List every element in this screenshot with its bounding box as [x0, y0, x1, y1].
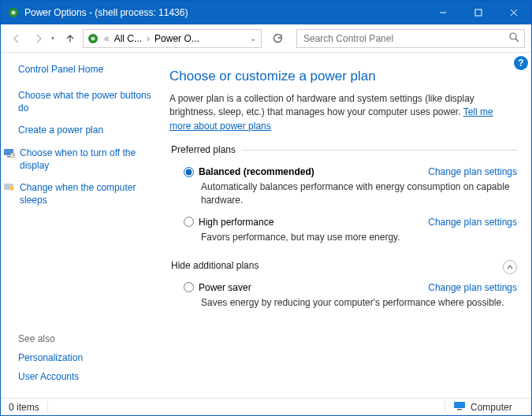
svg-rect-14 [454, 402, 465, 408]
svg-rect-15 [457, 409, 462, 410]
sidebar-link[interactable]: Choose what the power buttons do [18, 89, 157, 114]
power-plan: Balanced (recommended)Change plan settin… [169, 163, 517, 214]
display-icon [2, 147, 15, 159]
sidebar-item: Change when the computer sleeps [18, 181, 157, 206]
preferred-plans-legend: Preferred plans [169, 144, 242, 155]
title-bar: Power Options - (shell process: 11436) [1, 1, 531, 24]
address-bar[interactable]: « All C... › Power O... ⌄ [83, 29, 262, 48]
toolbar: ▾ « All C... › Power O... ⌄ [1, 24, 531, 53]
change-plan-settings-link[interactable]: Change plan settings [428, 282, 517, 293]
address-dropdown[interactable]: ⌄ [248, 34, 258, 43]
plan-radio-label[interactable]: Balanced (recommended) [184, 166, 314, 177]
sidebar-item: Choose when to turn off the display [18, 147, 157, 172]
search-box[interactable] [296, 29, 525, 48]
computer-icon [453, 401, 466, 413]
back-button[interactable] [7, 29, 26, 48]
breadcrumb-level1[interactable]: All C... [114, 33, 142, 44]
sidebar-item: Create a power plan [18, 124, 157, 136]
plan-description: Saves energy by reducing your computer's… [201, 296, 517, 310]
control-panel-home-link[interactable]: Control Panel Home [18, 64, 157, 75]
help-button[interactable]: ? [514, 56, 528, 70]
sleep-icon [2, 181, 15, 194]
plan-radio[interactable] [184, 167, 194, 177]
plan-radio[interactable] [184, 217, 194, 227]
page-intro: A power plan is a collection of hardware… [169, 92, 511, 133]
sidebar-link[interactable]: Choose when to turn off the display [20, 147, 157, 172]
power-plan: Power saverChange plan settingsSaves ene… [169, 279, 517, 316]
svg-rect-3 [475, 9, 482, 16]
minimize-button[interactable] [425, 1, 460, 24]
see-also-link[interactable]: User Accounts [18, 371, 157, 382]
sidebar-link[interactable]: Create a power plan [18, 124, 103, 136]
sidebar-link[interactable]: Change when the computer sleeps [20, 181, 157, 206]
sidebar-item: Choose what the power buttons do [18, 89, 157, 114]
status-computer: Computer [445, 401, 531, 413]
power-plan: High performanceChange plan settingsFavo… [169, 214, 517, 251]
breadcrumb-sep: « [104, 33, 110, 44]
forward-button[interactable] [29, 29, 48, 48]
collapse-icon[interactable] [503, 260, 517, 274]
change-plan-settings-link[interactable]: Change plan settings [428, 166, 517, 177]
change-plan-settings-link[interactable]: Change plan settings [428, 217, 517, 228]
search-input[interactable] [302, 32, 509, 45]
up-button[interactable] [61, 29, 80, 48]
page-heading: Choose or customize a power plan [169, 69, 517, 84]
app-icon [7, 6, 20, 19]
plan-description: Automatically balances performance with … [201, 180, 517, 207]
close-button[interactable] [496, 1, 531, 24]
plan-name: Balanced (recommended) [199, 166, 314, 177]
status-computer-label: Computer [471, 402, 512, 413]
see-also-link[interactable]: Personalization [18, 352, 157, 363]
status-items: 0 items [1, 402, 48, 413]
svg-line-9 [515, 39, 519, 42]
location-icon [87, 32, 99, 45]
chevron-right-icon: › [147, 33, 150, 44]
maximize-button[interactable] [460, 1, 496, 24]
svg-point-7 [91, 36, 95, 40]
sidebar: Control Panel Home Choose what the power… [1, 53, 166, 398]
plan-description: Favors performance, but may use more ene… [201, 231, 517, 244]
preferred-plans-group: Preferred plans Balanced (recommended)Ch… [169, 144, 517, 250]
breadcrumb-level2[interactable]: Power O... [154, 33, 199, 44]
intro-text: A power plan is a collection of hardware… [169, 93, 474, 117]
plan-name: High performance [199, 217, 273, 228]
plan-radio-label[interactable]: Power saver [184, 282, 251, 293]
plan-radio-label[interactable]: High performance [184, 217, 273, 228]
status-bar: 0 items Computer [1, 398, 531, 415]
additional-plans-legend[interactable]: Hide additional plans [171, 260, 265, 271]
svg-point-8 [510, 33, 516, 39]
plan-name: Power saver [199, 282, 251, 293]
history-dropdown[interactable]: ▾ [51, 35, 54, 42]
svg-rect-11 [7, 156, 10, 158]
window-title: Power Options - (shell process: 11436) [24, 7, 425, 18]
content-area: ? Choose or customize a power plan A pow… [166, 53, 531, 398]
see-also-header: See also [18, 333, 157, 344]
additional-plans-group: Hide additional plans Power saverChange … [169, 260, 517, 316]
search-icon[interactable] [509, 32, 519, 45]
svg-point-1 [12, 11, 16, 15]
refresh-button[interactable] [268, 29, 287, 48]
plan-radio[interactable] [184, 282, 194, 292]
